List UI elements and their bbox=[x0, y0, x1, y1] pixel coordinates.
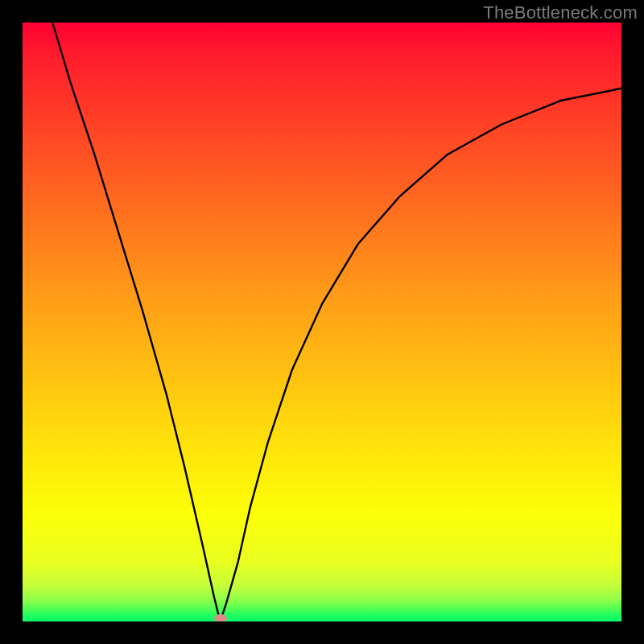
bottleneck-curve bbox=[23, 23, 621, 621]
optimal-point-marker bbox=[214, 614, 227, 621]
chart-frame: TheBottleneck.com bbox=[0, 0, 644, 644]
plot-area bbox=[23, 23, 621, 621]
watermark-text: TheBottleneck.com bbox=[483, 2, 638, 23]
